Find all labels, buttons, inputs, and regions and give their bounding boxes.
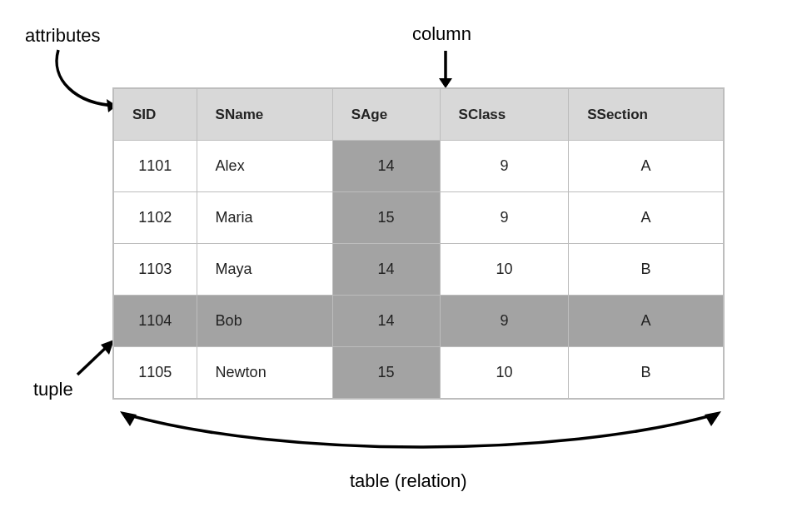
cell-sid: 1102: [114, 192, 197, 244]
col-header-ssection: SSection: [569, 89, 724, 141]
cell-sage: 15: [332, 192, 440, 244]
table-row: 1101Alex149A: [114, 141, 724, 192]
label-table-relation: table (relation): [350, 470, 467, 492]
cell-sclass: 10: [440, 244, 569, 296]
cell-sname: Maria: [197, 192, 332, 244]
cell-sname: Maya: [197, 244, 332, 296]
table-row: 1105Newton1510B: [114, 347, 724, 399]
col-header-sname: SName: [197, 89, 332, 141]
cell-sage: 14: [332, 244, 440, 296]
cell-ssection: A: [569, 141, 724, 192]
table-header-row: SID SName SAge SClass SSection: [114, 89, 724, 141]
cell-sage: 14: [332, 296, 440, 347]
cell-sage: 14: [332, 141, 440, 192]
cell-sname: Alex: [197, 141, 332, 192]
label-attributes: attributes: [25, 25, 101, 47]
relation-table: SID SName SAge SClass SSection 1101Alex1…: [112, 87, 725, 400]
table-row: 1102Maria159A: [114, 192, 724, 244]
cell-sclass: 9: [440, 192, 569, 244]
cell-sclass: 9: [440, 141, 569, 192]
cell-ssection: A: [569, 296, 724, 347]
cell-sname: Newton: [197, 347, 332, 399]
table-row: 1103Maya1410B: [114, 244, 724, 296]
col-header-sclass: SClass: [440, 89, 569, 141]
cell-sage: 15: [332, 347, 440, 399]
cell-sid: 1101: [114, 141, 197, 192]
cell-ssection: A: [569, 192, 724, 244]
cell-sname: Bob: [197, 296, 332, 347]
arrow-column-icon: [433, 48, 458, 90]
col-header-sage: SAge: [332, 89, 440, 141]
cell-ssection: B: [569, 244, 724, 296]
table-row: 1104Bob149A: [114, 296, 724, 347]
svg-marker-6: [705, 411, 721, 426]
label-column: column: [412, 23, 471, 45]
cell-sid: 1104: [114, 296, 197, 347]
label-tuple: tuple: [33, 379, 73, 400]
cell-sid: 1103: [114, 244, 197, 296]
arrow-table-relation-icon: [117, 408, 725, 466]
cell-sclass: 10: [440, 347, 569, 399]
cell-sid: 1105: [114, 347, 197, 399]
col-header-sid: SID: [114, 89, 197, 141]
svg-marker-5: [120, 411, 137, 426]
cell-sclass: 9: [440, 296, 569, 347]
cell-ssection: B: [569, 347, 724, 399]
